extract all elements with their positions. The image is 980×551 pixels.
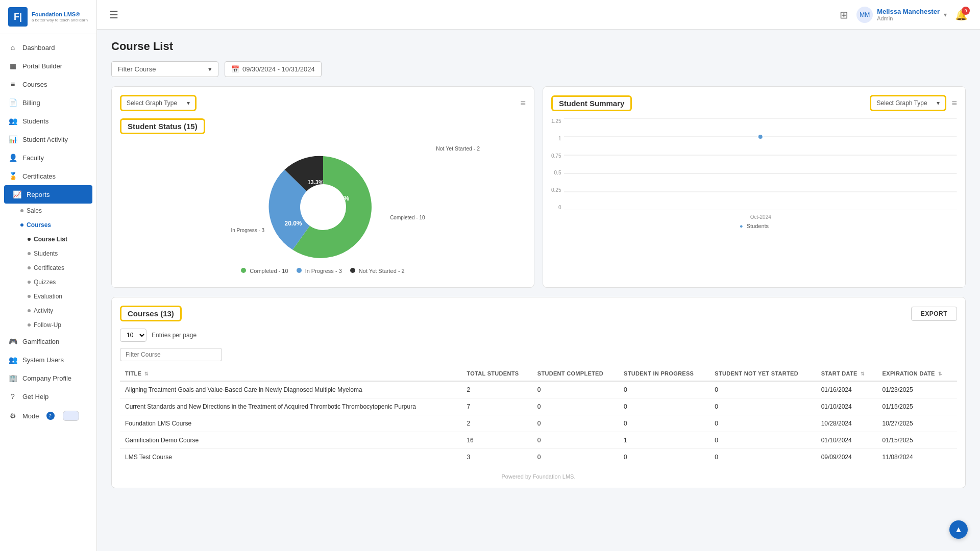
grid-icon[interactable]: ⊞ bbox=[840, 9, 848, 21]
row4-title: Gamification Demo Course bbox=[120, 432, 461, 449]
sidebar-item-courses[interactable]: ≡ Courses bbox=[0, 75, 96, 93]
dot-courses bbox=[20, 223, 23, 227]
sidebar-item-faculty[interactable]: 👤 Faculty bbox=[0, 148, 96, 167]
row3-not-started: 0 bbox=[709, 415, 816, 432]
sidebar-label-gamification: Gamification bbox=[22, 338, 59, 345]
sidebar-item-certificates[interactable]: 🏅 Certificates bbox=[0, 167, 96, 185]
filter-course-dropdown[interactable]: Filter Course ▾ bbox=[111, 61, 218, 77]
legend-in-progress-label: In Progress - 3 bbox=[305, 268, 342, 274]
sort-title-icon[interactable]: ⇅ bbox=[144, 371, 149, 377]
sidebar-item-follow-up[interactable]: Follow-Up bbox=[23, 318, 96, 332]
main-content: ☰ ⊞ MM Melissa Manchester Admin ▾ 🔔 9 Co… bbox=[97, 0, 980, 551]
system-users-icon: 👥 bbox=[8, 356, 17, 364]
notification-badge: 9 bbox=[962, 7, 970, 15]
select-graph-chevron-status: ▾ bbox=[187, 99, 190, 107]
sidebar-item-reports[interactable]: 📈 Reports bbox=[4, 185, 92, 204]
student-summary-title: Student Summary bbox=[551, 95, 632, 111]
dot-students-sub bbox=[28, 252, 31, 255]
row5-in-progress: 0 bbox=[619, 449, 709, 466]
pie-chart-container: Not Yet Started - 2 bbox=[120, 140, 526, 279]
sidebar-nav: ⌂ Dashboard ▦ Portal Builder ≡ Courses 📄… bbox=[0, 34, 96, 551]
sidebar-item-quizzes[interactable]: Quizzes bbox=[23, 275, 96, 289]
sidebar-label-courses: Courses bbox=[22, 81, 47, 88]
user-role: Admin bbox=[877, 15, 940, 21]
sidebar-label-mode: Mode bbox=[22, 412, 39, 420]
charts-row: Select Graph Type ▾ ≡ Student Status (15… bbox=[111, 86, 966, 288]
sidebar-item-courses-sub[interactable]: Courses bbox=[16, 218, 96, 232]
sidebar-item-students[interactable]: 👥 Students bbox=[0, 112, 96, 130]
gamification-icon: 🎮 bbox=[8, 337, 17, 345]
sidebar-item-students-sub[interactable]: Students bbox=[23, 246, 96, 261]
legend-not-started-label: Not Yet Started - 2 bbox=[359, 268, 405, 274]
sort-start-icon[interactable]: ⇅ bbox=[861, 371, 865, 377]
legend-completed: Completed - 10 bbox=[241, 268, 288, 274]
sidebar-item-evaluation[interactable]: Evaluation bbox=[23, 289, 96, 304]
sidebar-label-portal: Portal Builder bbox=[22, 62, 62, 70]
col-in-progress: STUDENT IN PROGRESS bbox=[619, 366, 709, 381]
sort-exp-icon[interactable]: ⇅ bbox=[938, 371, 942, 377]
user-details: Melissa Manchester Admin bbox=[877, 8, 940, 21]
row2-expiration-date: 01/15/2025 bbox=[877, 398, 957, 415]
y-label-125: 1.25 bbox=[551, 118, 561, 124]
scroll-to-top-button[interactable]: ▲ bbox=[949, 520, 968, 539]
sidebar-label-dashboard: Dashboard bbox=[22, 44, 55, 52]
sidebar-item-gamification[interactable]: 🎮 Gamification bbox=[0, 332, 96, 350]
row3-in-progress: 0 bbox=[619, 415, 709, 432]
activity-icon: 📊 bbox=[8, 135, 17, 143]
chart-menu-summary[interactable]: ≡ bbox=[951, 98, 957, 109]
sidebar-item-get-help[interactable]: ? Get Help bbox=[0, 387, 96, 406]
notification-button[interactable]: 🔔 9 bbox=[955, 9, 968, 21]
sidebar-item-system-users[interactable]: 👥 System Users bbox=[0, 350, 96, 369]
user-info[interactable]: MM Melissa Manchester Admin ▾ bbox=[856, 7, 947, 23]
chart-legend-summary: ● Students bbox=[551, 223, 957, 229]
sidebar-label-billing: Billing bbox=[22, 99, 40, 107]
col-start-date: START DATE ⇅ bbox=[816, 366, 877, 381]
sidebar-item-course-list[interactable]: Course List bbox=[23, 232, 96, 246]
sidebar-item-activity[interactable]: Activity bbox=[23, 304, 96, 318]
legend-completed-label: Completed - 10 bbox=[250, 268, 288, 274]
sidebar-item-mode[interactable]: ⚙ Mode 2 bbox=[0, 406, 96, 426]
table-header: TITLE ⇅ TOTAL STUDENTS STUDENT COMPLETED… bbox=[120, 366, 957, 381]
logo-text: Foundation LMS® bbox=[32, 11, 88, 18]
sidebar-item-sales[interactable]: Sales bbox=[16, 204, 96, 218]
mode-toggle[interactable] bbox=[63, 411, 79, 421]
filter-course-input[interactable] bbox=[120, 348, 222, 361]
sidebar-item-portal-builder[interactable]: ▦ Portal Builder bbox=[0, 57, 96, 75]
students-icon: 👥 bbox=[8, 117, 17, 125]
legend-in-progress: In Progress - 3 bbox=[297, 268, 342, 274]
cert-icon: 🏅 bbox=[8, 172, 17, 180]
row3-completed: 0 bbox=[532, 415, 619, 432]
export-button[interactable]: EXPORT bbox=[911, 307, 957, 321]
sidebar-item-company-profile[interactable]: 🏢 Company Profile bbox=[0, 369, 96, 387]
courses-icon: ≡ bbox=[8, 80, 17, 88]
hamburger-button[interactable]: ☰ bbox=[109, 9, 118, 21]
dot-sales bbox=[20, 209, 23, 212]
summary-title-area: Student Summary bbox=[551, 95, 632, 111]
legend-students-dot: ● bbox=[740, 223, 743, 229]
sidebar-item-certificates-sub[interactable]: Certificates bbox=[23, 261, 96, 275]
dot-completed bbox=[241, 268, 246, 273]
row5-not-started: 0 bbox=[709, 449, 816, 466]
table-row: Gamification Demo Course 16 0 1 0 01/10/… bbox=[120, 432, 957, 449]
calendar-icon: 📅 bbox=[231, 65, 239, 73]
sidebar-item-billing[interactable]: 📄 Billing bbox=[0, 93, 96, 112]
sidebar-item-dashboard[interactable]: ⌂ Dashboard bbox=[0, 38, 96, 57]
sidebar-label-activity: Activity bbox=[34, 307, 53, 314]
chart-top-row-summary: Student Summary Select Graph Type ▾ ≡ bbox=[551, 95, 957, 111]
date-range-picker[interactable]: 📅 09/30/2024 - 10/31/2024 bbox=[225, 61, 322, 77]
topbar-right: ⊞ MM Melissa Manchester Admin ▾ 🔔 9 bbox=[840, 7, 968, 23]
sidebar-item-student-activity[interactable]: 📊 Student Activity bbox=[0, 130, 96, 148]
chart-menu-status[interactable]: ≡ bbox=[520, 98, 526, 109]
select-graph-type-summary[interactable]: Select Graph Type ▾ bbox=[870, 95, 946, 111]
topbar: ☰ ⊞ MM Melissa Manchester Admin ▾ 🔔 9 bbox=[97, 0, 980, 30]
row1-expiration-date: 01/23/2025 bbox=[877, 381, 957, 398]
completed-percent: 66.7% bbox=[331, 194, 350, 202]
select-graph-type-status[interactable]: Select Graph Type ▾ bbox=[120, 95, 197, 111]
row5-start-date: 09/09/2024 bbox=[816, 449, 877, 466]
row2-start-date: 01/10/2024 bbox=[816, 398, 877, 415]
entries-per-page-select[interactable]: 10 25 50 bbox=[120, 329, 146, 342]
user-name: Melissa Manchester bbox=[877, 8, 940, 15]
date-range-value: 09/30/2024 - 10/31/2024 bbox=[242, 65, 315, 73]
select-graph-label-status: Select Graph Type bbox=[127, 99, 177, 107]
col-not-started: STUDENT NOT YET STARTED bbox=[709, 366, 816, 381]
